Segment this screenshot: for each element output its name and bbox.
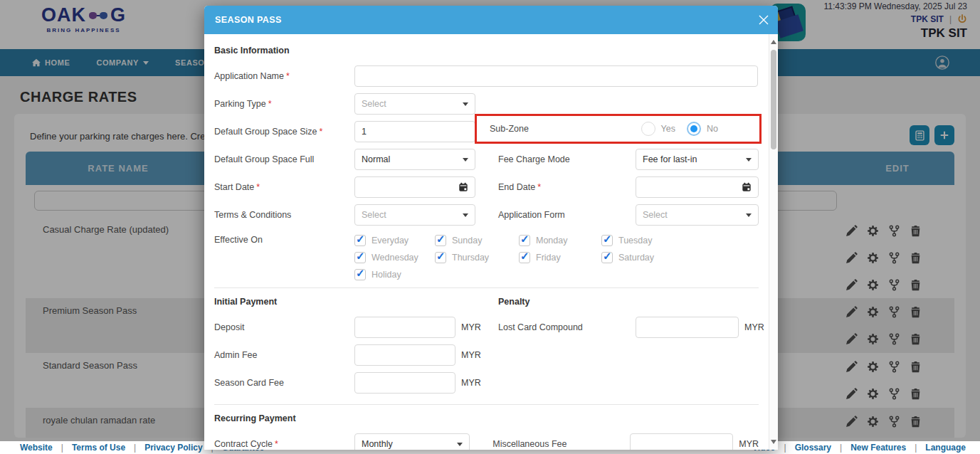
- section-divider: [214, 287, 759, 288]
- season-pass-admin-page: OAK G BRING HAPPINESS 11:43:39 PM Wednes…: [0, 0, 980, 454]
- currency-label: MYR: [744, 322, 764, 332]
- separator: |: [61, 443, 63, 453]
- radio-selected-icon: [687, 122, 701, 136]
- effective-on-checkbox-group: ✓Everyday ✓Sunday ✓Monday ✓Tuesday ✓Wedn…: [354, 232, 654, 283]
- sub-zone-radio-no[interactable]: No: [687, 122, 718, 136]
- section-basic-information: Basic Information: [214, 46, 759, 56]
- fee-charge-mode-select[interactable]: Fee for last-in: [636, 149, 759, 170]
- contract-cycle-select[interactable]: Monthly: [354, 433, 470, 450]
- sub-zone-highlight-box: Sub-Zone Yes No: [475, 114, 762, 144]
- footer-link-new-features[interactable]: New Features: [850, 443, 906, 453]
- checkbox-saturday[interactable]: ✓Saturday: [601, 252, 654, 263]
- default-group-space-size-input[interactable]: [354, 121, 475, 142]
- modal-header: SEASON PASS: [204, 6, 778, 34]
- checkbox-checked-icon: ✓: [354, 252, 366, 263]
- admin-fee-input[interactable]: [354, 344, 455, 366]
- effective-on-label: Effective On: [214, 232, 354, 245]
- lost-card-compound-input[interactable]: [636, 317, 739, 338]
- application-form-label: Application Form: [498, 210, 636, 220]
- parking-type-label: Parking Type*: [214, 99, 354, 109]
- separator: |: [840, 443, 842, 453]
- contract-cycle-label: Contract Cycle*: [214, 439, 354, 449]
- start-date-input[interactable]: [354, 176, 475, 198]
- section-initial-payment: Initial Payment: [214, 297, 498, 307]
- season-card-fee-input[interactable]: [354, 372, 455, 394]
- modal-title: SEASON PASS: [215, 15, 282, 25]
- checkbox-sunday[interactable]: ✓Sunday: [435, 235, 519, 246]
- checkbox-checked-icon: ✓: [435, 235, 446, 246]
- checkbox-checked-icon: ✓: [519, 235, 530, 246]
- footer-link-language[interactable]: Language: [925, 443, 966, 453]
- chevron-down-icon: [463, 158, 468, 162]
- checkbox-checked-icon: ✓: [601, 252, 613, 263]
- separator: |: [784, 443, 786, 453]
- checkbox-holiday[interactable]: ✓Holiday: [354, 269, 435, 280]
- default-group-space-full-select[interactable]: Normal: [354, 149, 475, 170]
- application-name-label: Application Name*: [214, 71, 354, 81]
- calendar-icon[interactable]: [742, 182, 752, 192]
- footer-link-privacy[interactable]: Privacy Policy: [144, 443, 202, 453]
- footer-link-terms[interactable]: Terms of Use: [72, 443, 125, 453]
- terms-conditions-select[interactable]: Select: [354, 204, 475, 226]
- default-group-space-size-label: Default Group Space Size*: [214, 127, 354, 137]
- sub-zone-label: Sub-Zone: [477, 124, 641, 134]
- checkbox-checked-icon: ✓: [519, 252, 530, 263]
- separator: |: [134, 443, 136, 453]
- scrollbar-thumb[interactable]: [771, 50, 776, 149]
- separator: |: [915, 443, 917, 453]
- checkbox-thursday[interactable]: ✓Thursday: [435, 252, 519, 263]
- currency-label: MYR: [461, 378, 481, 388]
- checkbox-friday[interactable]: ✓Friday: [519, 252, 601, 263]
- checkbox-monday[interactable]: ✓Monday: [519, 235, 601, 246]
- season-card-fee-label: Season Card Fee: [214, 378, 354, 388]
- lost-card-compound-label: Lost Card Compound: [498, 322, 636, 332]
- miscellaneous-fee-label: Miscellaneous Fee: [492, 439, 630, 449]
- currency-label: MYR: [461, 322, 481, 332]
- footer-link-website[interactable]: Website: [20, 443, 53, 453]
- chevron-down-icon: [746, 213, 752, 217]
- season-pass-modal: SEASON PASS Basic Information Applicatio…: [204, 6, 778, 450]
- checkbox-tuesday[interactable]: ✓Tuesday: [601, 235, 652, 246]
- terms-conditions-label: Terms & Conditions: [214, 210, 354, 220]
- currency-label: MYR: [461, 350, 481, 360]
- checkbox-checked-icon: ✓: [601, 235, 613, 246]
- default-group-space-full-label: Default Group Space Full: [214, 154, 354, 164]
- deposit-input[interactable]: [354, 317, 455, 338]
- parking-type-select[interactable]: Select: [354, 93, 475, 115]
- modal-scrollbar[interactable]: [769, 34, 778, 450]
- checkbox-checked-icon: ✓: [354, 235, 366, 246]
- admin-fee-label: Admin Fee: [214, 350, 354, 360]
- checkbox-everyday[interactable]: ✓Everyday: [354, 235, 435, 246]
- currency-label: MYR: [739, 439, 759, 449]
- scroll-up-arrow-icon[interactable]: [771, 40, 776, 44]
- footer-link-glossary[interactable]: Glossary: [795, 443, 831, 453]
- section-divider: [214, 404, 759, 405]
- miscellaneous-fee-input[interactable]: [630, 433, 733, 450]
- application-name-input[interactable]: [354, 65, 758, 87]
- chevron-down-icon: [746, 158, 752, 162]
- fee-charge-mode-label: Fee Charge Mode: [498, 154, 636, 164]
- sub-zone-radio-yes[interactable]: Yes: [641, 122, 675, 136]
- end-date-label: End Date*: [498, 182, 636, 192]
- close-icon[interactable]: [757, 13, 771, 27]
- chevron-down-icon: [463, 102, 468, 106]
- section-recurring-payment: Recurring Payment: [214, 413, 759, 423]
- checkbox-checked-icon: ✓: [435, 252, 446, 263]
- start-date-label: Start Date*: [214, 182, 354, 192]
- checkbox-checked-icon: ✓: [354, 269, 366, 280]
- radio-unselected-icon: [641, 122, 655, 136]
- checkbox-wednesday[interactable]: ✓Wednesday: [354, 252, 435, 263]
- chevron-down-icon: [457, 443, 463, 446]
- calendar-icon[interactable]: [458, 182, 468, 192]
- section-penalty: Penalty: [498, 297, 764, 307]
- chevron-down-icon: [463, 213, 468, 217]
- scroll-down-arrow-icon[interactable]: [771, 440, 776, 444]
- end-date-input[interactable]: [636, 176, 759, 198]
- deposit-label: Deposit: [214, 322, 354, 332]
- modal-body: Basic Information Application Name* Park…: [204, 34, 769, 450]
- application-form-select[interactable]: Select: [636, 204, 759, 226]
